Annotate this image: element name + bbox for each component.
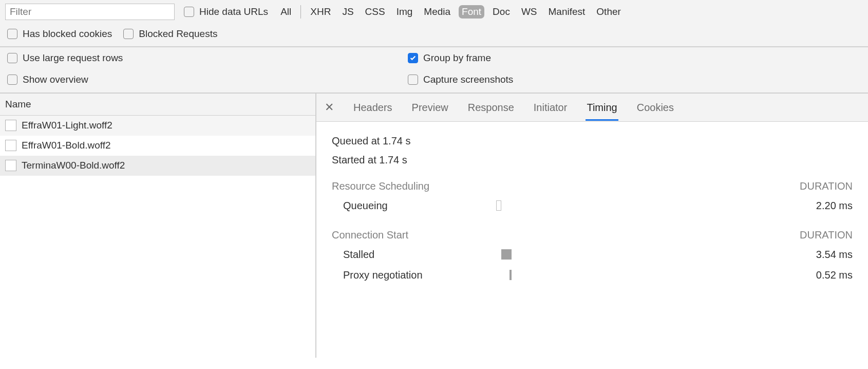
hide-data-urls-checkbox[interactable]: Hide data URLs <box>184 6 268 17</box>
request-name: EffraW01-Bold.woff2 <box>22 140 111 151</box>
timing-row: Proxy negotiation 0.52 ms <box>332 265 853 285</box>
tab-response[interactable]: Response <box>467 95 515 121</box>
detail-tab-bar: ✕ Headers Preview Response Initiator Tim… <box>316 94 868 122</box>
type-filter-all[interactable]: All <box>277 5 294 19</box>
options-toolbar: Use large request rows Show overview Gro… <box>0 47 868 94</box>
use-large-rows-checkbox[interactable]: Use large request rows <box>7 52 408 64</box>
blocked-requests-checkbox[interactable]: Blocked Requests <box>123 28 217 40</box>
request-row[interactable]: EffraW01-Bold.woff2 <box>0 136 315 156</box>
type-filter-doc[interactable]: Doc <box>489 5 513 19</box>
checkbox-checked-icon <box>408 53 418 63</box>
has-blocked-cookies-label: Has blocked cookies <box>23 28 112 40</box>
blocked-requests-label: Blocked Requests <box>139 28 217 40</box>
request-row[interactable]: EffraW01-Light.woff2 <box>0 116 315 136</box>
filter-row-2: Has blocked cookies Blocked Requests <box>0 24 868 46</box>
file-icon <box>5 140 16 151</box>
capture-screenshots-label: Capture screenshots <box>423 74 513 85</box>
timing-bar-icon <box>510 270 512 280</box>
request-name: EffraW01-Light.woff2 <box>22 120 112 131</box>
has-blocked-cookies-checkbox[interactable]: Has blocked cookies <box>7 28 112 40</box>
filter-toolbar: Hide data URLs All XHR JS CSS Img Media … <box>0 0 868 47</box>
type-filter-xhr[interactable]: XHR <box>307 5 334 19</box>
type-filter-bar: All XHR JS CSS Img Media Font Doc WS Man… <box>277 5 624 19</box>
timing-section-connection-start: Connection Start DURATION Stalled 3.54 m… <box>332 229 853 285</box>
queued-at-text: Queued at 1.74 s <box>332 134 853 148</box>
checkbox-icon <box>7 53 17 63</box>
tab-headers[interactable]: Headers <box>352 95 393 121</box>
file-icon <box>5 160 16 171</box>
checkbox-icon <box>123 29 134 39</box>
started-at-text: Started at 1.74 s <box>332 153 853 167</box>
tab-cookies[interactable]: Cookies <box>636 95 675 121</box>
section-title: Connection Start <box>332 229 408 241</box>
close-icon[interactable]: ✕ <box>324 101 335 114</box>
file-icon <box>5 120 16 131</box>
section-title: Resource Scheduling <box>332 180 429 192</box>
detail-pane: ✕ Headers Preview Response Initiator Tim… <box>316 94 868 358</box>
show-overview-checkbox[interactable]: Show overview <box>7 74 408 85</box>
timing-bar-area <box>496 199 791 212</box>
type-filter-font[interactable]: Font <box>459 5 484 19</box>
group-by-frame-checkbox[interactable]: Group by frame <box>408 52 861 64</box>
filter-row: Hide data URLs All XHR JS CSS Img Media … <box>0 0 868 24</box>
timing-value: 0.52 ms <box>791 269 853 281</box>
timing-value: 2.20 ms <box>791 200 853 212</box>
filter-input[interactable] <box>5 4 175 20</box>
timing-value: 3.54 ms <box>791 249 853 261</box>
separator-icon <box>300 5 301 19</box>
timing-label: Stalled <box>332 249 496 261</box>
duration-header: DURATION <box>800 180 853 192</box>
type-filter-ws[interactable]: WS <box>518 5 540 19</box>
tab-preview[interactable]: Preview <box>411 95 449 121</box>
show-overview-label: Show overview <box>23 74 88 85</box>
request-list-pane: Name EffraW01-Light.woff2 EffraW01-Bold.… <box>0 94 316 358</box>
timing-bar-area <box>496 269 791 281</box>
timing-label: Queueing <box>332 200 496 212</box>
tab-timing[interactable]: Timing <box>586 95 618 121</box>
split-pane: Name EffraW01-Light.woff2 EffraW01-Bold.… <box>0 94 868 358</box>
timing-bar-icon <box>501 249 512 260</box>
timing-row: Queueing 2.20 ms <box>332 195 853 216</box>
checkbox-icon <box>7 29 17 39</box>
timing-bar-icon <box>496 200 501 211</box>
type-filter-js[interactable]: JS <box>339 5 356 19</box>
timing-bar-area <box>496 248 791 261</box>
timing-row: Stalled 3.54 ms <box>332 244 853 265</box>
capture-screenshots-checkbox[interactable]: Capture screenshots <box>408 74 861 85</box>
checkbox-icon <box>408 75 418 85</box>
duration-header: DURATION <box>800 229 853 241</box>
checkbox-icon <box>184 7 194 17</box>
timing-panel: Queued at 1.74 s Started at 1.74 s Resou… <box>316 122 868 290</box>
type-filter-media[interactable]: Media <box>421 5 454 19</box>
request-name: TerminaW00-Bold.woff2 <box>22 160 125 171</box>
tab-initiator[interactable]: Initiator <box>533 95 569 121</box>
type-filter-css[interactable]: CSS <box>362 5 388 19</box>
column-header-name[interactable]: Name <box>0 94 315 116</box>
type-filter-img[interactable]: Img <box>393 5 416 19</box>
hide-data-urls-label: Hide data URLs <box>199 6 268 17</box>
group-by-frame-label: Group by frame <box>423 52 491 64</box>
timing-label: Proxy negotiation <box>332 269 496 281</box>
type-filter-other[interactable]: Other <box>593 5 624 19</box>
checkbox-icon <box>7 75 17 85</box>
type-filter-manifest[interactable]: Manifest <box>545 5 589 19</box>
use-large-rows-label: Use large request rows <box>23 52 123 64</box>
timing-section-resource-scheduling: Resource Scheduling DURATION Queueing 2.… <box>332 180 853 216</box>
request-row[interactable]: TerminaW00-Bold.woff2 <box>0 156 315 176</box>
